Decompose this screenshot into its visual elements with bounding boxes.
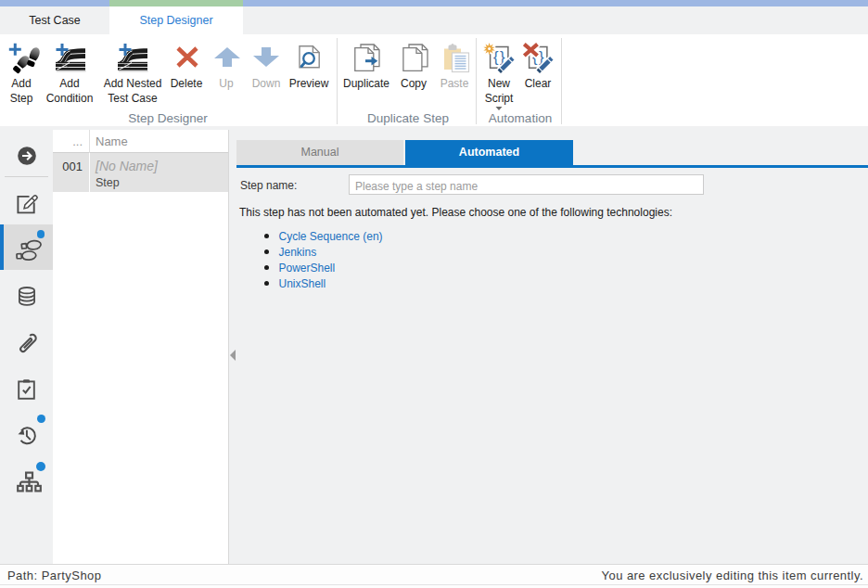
svg-text:{: {: [493, 48, 499, 65]
